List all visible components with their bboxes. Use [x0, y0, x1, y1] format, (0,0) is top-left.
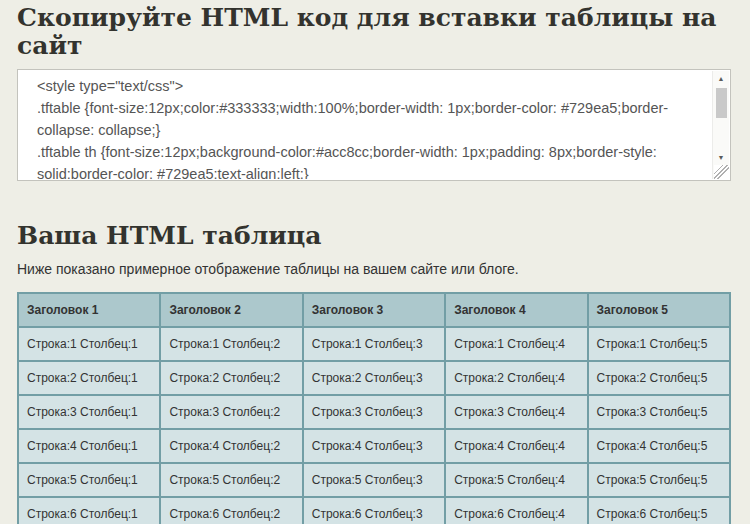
table-cell: Строка:5 Столбец:4 — [445, 463, 587, 497]
table-row: Строка:6 Столбец:1 Строка:6 Столбец:2 Ст… — [18, 497, 730, 524]
table-cell: Строка:6 Столбец:5 — [588, 497, 730, 524]
table-cell: Строка:6 Столбец:3 — [303, 497, 445, 524]
table-header-cell: Заголовок 4 — [445, 293, 587, 327]
page-title: Скопируйте HTML код для вставки таблицы … — [17, 4, 731, 60]
table-row: Строка:1 Столбец:1 Строка:1 Столбец:2 Ст… — [18, 327, 730, 361]
table-cell: Строка:2 Столбец:2 — [160, 361, 302, 395]
table-cell: Строка:5 Столбец:3 — [303, 463, 445, 497]
preview-section-title: Ваша HTML таблица — [17, 221, 731, 251]
table-row: Строка:4 Столбец:1 Строка:4 Столбец:2 Ст… — [18, 429, 730, 463]
table-cell: Строка:5 Столбец:5 — [588, 463, 730, 497]
table-row: Строка:3 Столбец:1 Строка:3 Столбец:2 Ст… — [18, 395, 730, 429]
table-cell: Строка:3 Столбец:5 — [588, 395, 730, 429]
table-cell: Строка:2 Столбец:3 — [303, 361, 445, 395]
table-header-cell: Заголовок 2 — [160, 293, 302, 327]
table-cell: Строка:1 Столбец:4 — [445, 327, 587, 361]
resize-grip-icon[interactable] — [714, 165, 729, 179]
html-code-textarea[interactable]: <style type="text/css"> .tftable {font-s… — [19, 71, 712, 179]
scrollbar-thumb[interactable] — [716, 88, 727, 118]
preview-section-description: Ниже показано примерное отображение табл… — [17, 261, 731, 278]
textarea-scrollbar[interactable]: ▲ ▼ — [712, 71, 729, 179]
table-cell: Строка:6 Столбец:2 — [160, 497, 302, 524]
table-cell: Строка:2 Столбец:4 — [445, 361, 587, 395]
table-cell: Строка:3 Столбец:2 — [160, 395, 302, 429]
table-cell: Строка:4 Столбец:4 — [445, 429, 587, 463]
scroll-up-icon[interactable]: ▲ — [713, 71, 730, 86]
table-row: Строка:5 Столбец:1 Строка:5 Столбец:2 Ст… — [18, 463, 730, 497]
table-cell: Строка:2 Столбец:1 — [18, 361, 160, 395]
table-cell: Строка:1 Столбец:1 — [18, 327, 160, 361]
table-cell: Строка:3 Столбец:4 — [445, 395, 587, 429]
table-cell: Строка:4 Столбец:2 — [160, 429, 302, 463]
scroll-down-icon[interactable]: ▼ — [713, 150, 730, 165]
table-cell: Строка:1 Столбец:5 — [588, 327, 730, 361]
table-cell: Строка:4 Столбец:1 — [18, 429, 160, 463]
preview-table: Заголовок 1 Заголовок 2 Заголовок 3 Заго… — [17, 292, 731, 524]
table-cell: Строка:5 Столбец:1 — [18, 463, 160, 497]
table-cell: Строка:1 Столбец:3 — [303, 327, 445, 361]
html-code-box: <style type="text/css"> .tftable {font-s… — [17, 69, 731, 181]
table-cell: Строка:4 Столбец:5 — [588, 429, 730, 463]
table-header-cell: Заголовок 5 — [588, 293, 730, 327]
table-cell: Строка:2 Столбец:5 — [588, 361, 730, 395]
table-cell: Строка:6 Столбец:4 — [445, 497, 587, 524]
table-header-cell: Заголовок 3 — [303, 293, 445, 327]
table-header-cell: Заголовок 1 — [18, 293, 160, 327]
table-cell: Строка:5 Столбец:2 — [160, 463, 302, 497]
table-cell: Строка:3 Столбец:1 — [18, 395, 160, 429]
table-cell: Строка:6 Столбец:1 — [18, 497, 160, 524]
table-cell: Строка:4 Столбец:3 — [303, 429, 445, 463]
table-cell: Строка:3 Столбец:3 — [303, 395, 445, 429]
page-container: Скопируйте HTML код для вставки таблицы … — [0, 4, 750, 524]
table-cell: Строка:1 Столбец:2 — [160, 327, 302, 361]
table-row: Строка:2 Столбец:1 Строка:2 Столбец:2 Ст… — [18, 361, 730, 395]
table-header-row: Заголовок 1 Заголовок 2 Заголовок 3 Заго… — [18, 293, 730, 327]
